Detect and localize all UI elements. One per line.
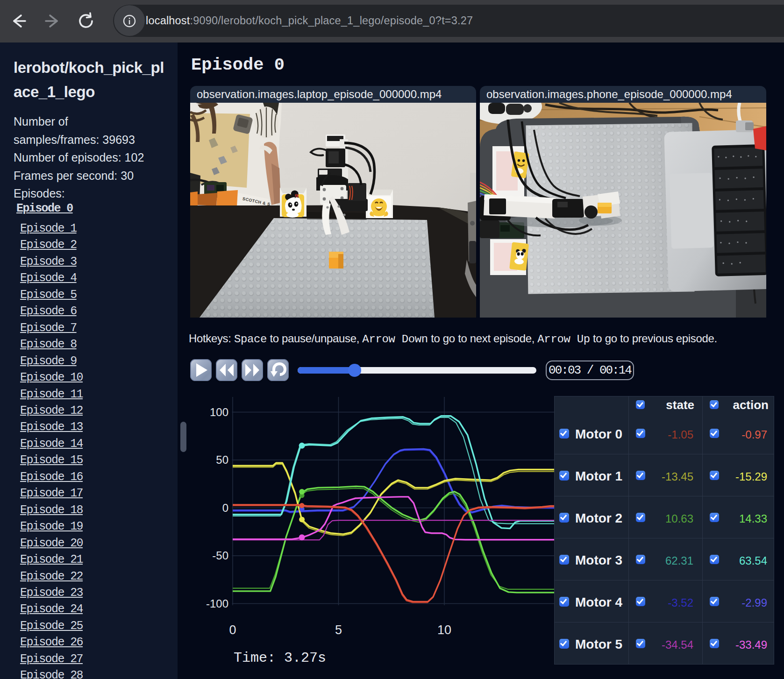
svg-text:10: 10: [437, 623, 451, 637]
svg-text:0: 0: [222, 502, 228, 514]
svg-text:0: 0: [229, 623, 236, 637]
svg-text:-100: -100: [206, 597, 228, 610]
svg-text:5: 5: [335, 623, 342, 637]
svg-text:-50: -50: [212, 549, 228, 562]
svg-text:50: 50: [216, 453, 228, 466]
svg-text:100: 100: [210, 406, 228, 418]
